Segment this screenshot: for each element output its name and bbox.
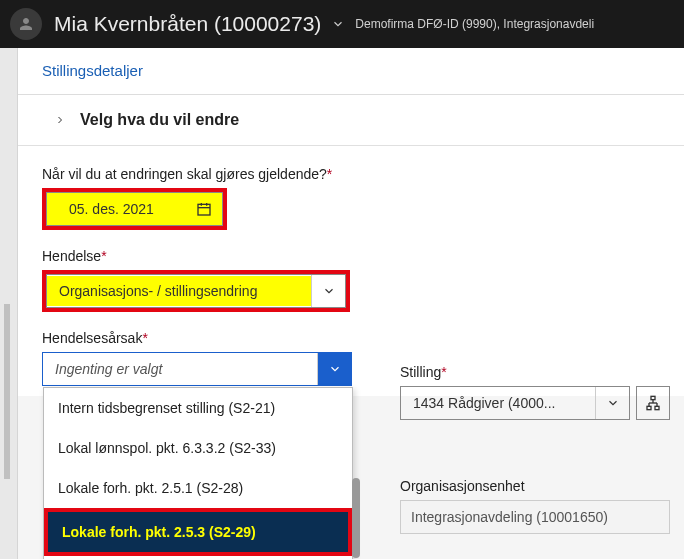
dropdown-option[interactable]: Intern tidsbegrenset stilling (S2-21) <box>44 388 352 428</box>
hierarchy-icon <box>645 395 661 411</box>
person-dropdown-icon[interactable] <box>331 17 345 31</box>
dropdown-option[interactable]: Lokale forh. pkt. 2.5.1 (S2-28) <box>44 468 352 508</box>
chevron-right-icon <box>54 114 66 126</box>
section-header[interactable]: Velg hva du vil endre <box>18 95 684 146</box>
breadcrumb: Stillingsdetaljer <box>18 48 684 95</box>
chevron-down-icon <box>317 353 351 385</box>
svg-rect-6 <box>655 406 659 409</box>
section-title: Velg hva du vil endre <box>80 111 239 129</box>
chevron-down-icon <box>595 387 629 419</box>
svg-rect-5 <box>647 406 651 409</box>
reason-dropdown: Intern tidsbegrenset stilling (S2-21) Lo… <box>43 387 353 559</box>
position-value: 1434 Rådgiver (4000... <box>401 395 595 411</box>
dropdown-option-selected[interactable]: Lokale forh. pkt. 2.5.3 (S2-29) <box>48 512 348 552</box>
date-value: 05. des. 2021 <box>57 201 166 217</box>
orgunit-field-group: Organisasjonsenhet Integrasjonavdeling (… <box>400 478 670 534</box>
event-select[interactable]: Organisasjons- / stillingsendring <box>46 274 346 308</box>
date-label: Når vil du at endringen skal gjøres gjel… <box>42 166 660 182</box>
org-info: Demofirma DFØ-ID (9990), Integrasjonavde… <box>355 17 594 31</box>
top-bar: Mia Kvernbråten (10000273) Demofirma DFØ… <box>0 0 684 48</box>
effective-date-input[interactable]: 05. des. 2021 <box>46 192 223 226</box>
reason-label: Hendelsesårsak* <box>42 330 660 346</box>
position-label: Stilling* <box>400 364 670 380</box>
avatar <box>10 8 42 40</box>
chevron-down-icon <box>311 275 345 307</box>
org-tree-button[interactable] <box>636 386 670 420</box>
person-name[interactable]: Mia Kvernbråten (10000273) <box>54 12 321 36</box>
scrollbar-thumb[interactable] <box>352 478 360 558</box>
dropdown-option[interactable]: Lokal lønnspol. pkt. 6.3.3.2 (S2-33) <box>44 428 352 468</box>
reason-placeholder: Ingenting er valgt <box>43 361 317 377</box>
event-label: Hendelse* <box>42 248 660 264</box>
form-area: Når vil du at endringen skal gjøres gjel… <box>18 146 684 396</box>
position-field-group: Stilling* 1434 Rådgiver (4000... <box>400 364 670 420</box>
orgunit-value: Integrasjonavdeling (10001650) <box>400 500 670 534</box>
svg-rect-4 <box>651 396 655 399</box>
breadcrumb-text[interactable]: Stillingsdetaljer <box>42 62 143 79</box>
svg-rect-0 <box>198 204 210 215</box>
calendar-icon <box>196 201 212 217</box>
reason-select[interactable]: Ingenting er valgt Intern tidsbegrenset … <box>42 352 352 386</box>
orgunit-label: Organisasjonsenhet <box>400 478 670 494</box>
event-value: Organisasjons- / stillingsendring <box>47 276 311 306</box>
position-select[interactable]: 1434 Rådgiver (4000... <box>400 386 630 420</box>
